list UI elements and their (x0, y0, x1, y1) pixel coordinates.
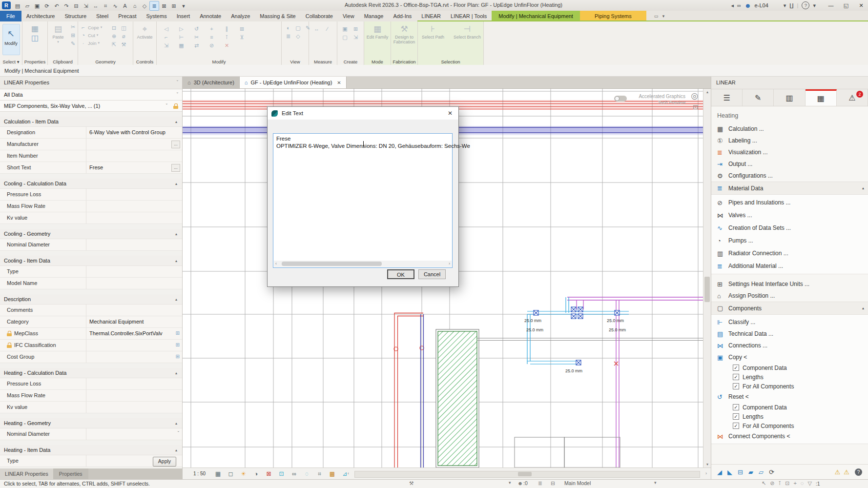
array-icon[interactable]: ▦ (178, 42, 185, 49)
section-description[interactable]: Description▴ (0, 294, 182, 305)
tab-precast[interactable]: Precast (113, 11, 141, 21)
search-icon[interactable]: ∞ (737, 2, 741, 8)
section-calculation-item-data[interactable]: Calculation - Item Data▴ (0, 117, 182, 127)
warning-error-icon[interactable]: ⚠ (844, 468, 849, 476)
section-heating-item-data[interactable]: Heating - Item Data▴ (0, 445, 182, 455)
menu-item-additional-material[interactable]: ≣Additional Material ... (711, 260, 868, 272)
select-by-face-icon[interactable]: ⊡ (785, 480, 789, 487)
ribbon-display-toggle-icon[interactable]: ▭ ▾ (654, 11, 666, 21)
help-caret-icon[interactable]: ▾ (813, 2, 816, 9)
select-branch-button[interactable]: ⊣ Select Branch (453, 24, 481, 40)
cut-button[interactable]: ◔Cut▾ (80, 32, 105, 38)
wall-opening-icon[interactable]: ⊕ (110, 33, 118, 40)
section-heating-calculation-data[interactable]: Heating - Calculation Data▴ (0, 368, 182, 378)
dialog-title-bar[interactable]: Edit Text ✕ (268, 107, 458, 120)
prop-row-heating-mass-flow-rate[interactable]: Mass Flow Rate (0, 390, 182, 402)
worksets-dialog-icon[interactable]: ≣ (538, 480, 542, 486)
menu-item-output[interactable]: ⇥Output ... (711, 158, 868, 170)
design-options-caret-icon[interactable]: ▾ (654, 480, 657, 485)
collapse-arrow-icon[interactable]: ◂ (731, 2, 734, 9)
customize-qat-icon[interactable]: ▾ (179, 1, 188, 10)
menu-item-valves[interactable]: ⋈Valves ... (711, 209, 868, 222)
prop-row-ifc-classification[interactable]: IFC Classification⊞ (0, 340, 182, 351)
tab-calculation[interactable]: ▦ (806, 89, 837, 106)
selection-dropdown[interactable]: MEP Components, Six-Way Valve, ... (1) ˇ (0, 101, 182, 112)
menu-item-assign-position[interactable]: ⌂Assign Position ... (711, 290, 868, 302)
join-button[interactable]: ∙Join▾ (80, 40, 105, 46)
filter-count[interactable]: :1 (816, 481, 820, 487)
app-store-cart-icon[interactable]: ∐ (789, 2, 793, 9)
tab-modify-mechanical-equipment[interactable]: Modify | Mechanical Equipment (492, 11, 580, 21)
copy-to-clipboard-icon[interactable]: ⊞ (69, 32, 77, 39)
steering-wheel-icon[interactable]: ◎ (691, 91, 698, 101)
tab-edit[interactable]: ✎ (743, 89, 774, 106)
prop-row-cooling-kv-value[interactable]: Kv value (0, 212, 182, 224)
pipe-endpoint-tool-icon[interactable]: ◢ (717, 468, 722, 476)
menu-item-radiator-connection[interactable]: ▥Radiator Connection ... (711, 247, 868, 260)
signed-in-user[interactable]: e-L04 (755, 2, 768, 8)
select-underlay-icon[interactable]: ⊘ (770, 480, 774, 487)
tab-piping-systems[interactable]: Piping Systems (580, 11, 646, 21)
tab-steel[interactable]: Steel (91, 11, 113, 21)
menu-item-visualization[interactable]: ≣Visualization ... (711, 146, 868, 158)
move-icon[interactable]: + (208, 25, 215, 32)
scroll-left-icon[interactable]: ‹ (275, 261, 277, 267)
crop-view-icon[interactable]: ⊠ (265, 470, 273, 477)
measure-between-icon[interactable]: ↔ (313, 25, 320, 32)
text-icon[interactable]: A (120, 1, 130, 10)
select-path-button[interactable]: ⊦ Select Path (420, 24, 446, 40)
reveal-constraints-icon[interactable]: ⌗ (315, 470, 324, 477)
cancel-button[interactable]: Cancel (418, 269, 446, 279)
default-3d-view-icon[interactable]: ⌂ (130, 1, 140, 10)
active-design-option[interactable]: Main Model (564, 480, 591, 486)
prop-row-cooling-mass-flow-rate[interactable]: Mass Flow Rate (0, 201, 182, 212)
dialog-close-icon[interactable]: ✕ (446, 110, 455, 117)
save-icon[interactable]: ▣ (32, 1, 42, 10)
checkbox-reset-lengths[interactable]: ✓Lengths (711, 412, 868, 421)
cope-button[interactable]: ⌐Cope▾ (80, 24, 105, 30)
measure-icon[interactable]: ⌗ (101, 1, 110, 10)
checkbox-copy-lengths[interactable]: ✓Lengths (711, 372, 868, 382)
close-button[interactable]: ✕ (855, 2, 867, 9)
checkbox-copy-component-data[interactable]: ✓Component Data (711, 363, 868, 372)
prop-row-comments[interactable]: Comments (0, 305, 182, 316)
menu-item-copy[interactable]: ▣Copy < (711, 351, 868, 363)
menu-item-reset[interactable]: ↺Reset < (711, 391, 868, 403)
menu-item-configurations[interactable]: ⚙Configurations ... (711, 170, 868, 182)
mirror-axis-icon[interactable]: ▷ (178, 25, 185, 32)
disallow-join-icon[interactable]: ⊘ (208, 42, 215, 49)
prop-row-short-text[interactable]: Short TextFrese... (0, 162, 182, 174)
user-menu-caret-icon[interactable]: ▾ (784, 2, 786, 9)
browse-button[interactable]: ... (171, 164, 180, 172)
prop-row-heating-nominal-diameter[interactable]: Nominal Diameterˇ (0, 428, 182, 440)
background-process-icon[interactable]: ◌ (801, 480, 804, 487)
tab-file[interactable]: File (0, 11, 21, 21)
transfer-standards-icon[interactable]: ⇲ (81, 1, 91, 10)
help-icon[interactable]: ? (802, 1, 809, 9)
show-crop-region-icon[interactable]: ⊡ (277, 470, 286, 477)
apply-button[interactable]: Apply (153, 457, 176, 467)
tab-collaborate[interactable]: Collaborate (301, 11, 338, 21)
prop-row-heating-pressure-loss[interactable]: Pressure Loss (0, 378, 182, 390)
detail-level-icon[interactable]: ▦ (214, 470, 222, 477)
unpin-icon[interactable]: ⊻ (238, 34, 246, 41)
mirror-project-icon[interactable]: ◁ (163, 25, 170, 32)
tab-systems[interactable]: Systems (141, 11, 171, 21)
temporary-hide-icon[interactable]: ◌ (303, 470, 311, 477)
text-edit-field[interactable]: Frese OPTIMIZER 6-Wege, Valve Dimensions… (273, 133, 453, 268)
camera-icon[interactable]: ◇ (294, 33, 302, 40)
align-icon[interactable]: ≡ (208, 34, 215, 41)
menu-item-pipes-insulations[interactable]: ⊘Pipes and Insulations ... (711, 196, 868, 209)
red-riser-pipe[interactable] (394, 313, 423, 468)
section-cooling-geometry[interactable]: Cooling - Geometry▴ (0, 229, 182, 239)
create-group-icon[interactable]: ▢ (341, 34, 349, 41)
chevron-down-icon[interactable]: ˇ (178, 431, 179, 436)
cut-geometry-icon[interactable]: ⊡ (110, 24, 118, 31)
browse-button[interactable]: ... (171, 141, 180, 148)
reveal-hidden-icon[interactable]: ∞ (290, 470, 298, 477)
section-cooling-item-data[interactable]: Cooling - Item Data▴ (0, 256, 182, 266)
create-similar-icon[interactable]: ⇲ (352, 34, 359, 41)
close-hidden-windows-icon[interactable]: ⊠ (159, 1, 169, 10)
measure-along-icon[interactable]: ∕ (324, 25, 331, 32)
properties-toggle-icon[interactable]: ▤ (13, 1, 22, 10)
